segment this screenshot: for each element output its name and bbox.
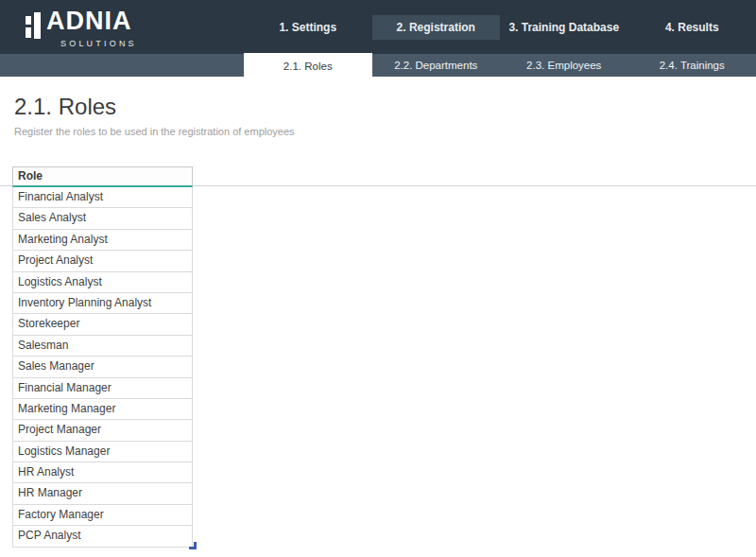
table-row[interactable]: HR Manager — [12, 483, 193, 504]
table-row[interactable]: Salesman — [12, 336, 193, 357]
table-row[interactable]: Sales Manager — [12, 357, 193, 377]
sub-tab[interactable]: 2.2. Departments — [372, 53, 501, 79]
nav-item[interactable]: 4. Results — [628, 15, 756, 40]
table-row[interactable]: Project Manager — [12, 420, 193, 441]
brand-name: ADNIA — [46, 7, 132, 35]
table-row[interactable]: Sales Analyst — [12, 208, 193, 229]
column-header-role: Role — [12, 166, 193, 187]
table-row[interactable]: Project Analyst — [12, 251, 193, 271]
app-header: ADNIA SOLUTIONS 1. Settings 2. Registrat… — [0, 0, 756, 54]
top-nav: 1. Settings 2. Registration 3. Training … — [244, 15, 756, 40]
table-row[interactable]: Logistics Manager — [12, 442, 193, 462]
sub-tabs: 2.1. Roles 2.2. Departments 2.3. Employe… — [244, 53, 756, 79]
table-row[interactable]: Financial Analyst — [12, 187, 193, 208]
brand-logo: ADNIA SOLUTIONS — [25, 0, 147, 54]
sub-tab[interactable]: 2.3. Employees — [500, 53, 628, 79]
table-row[interactable]: Inventory Planning Analyst — [12, 293, 193, 314]
table-resize-handle-icon[interactable] — [189, 542, 197, 549]
page-title: 2.1. Roles — [14, 94, 116, 120]
table-row[interactable]: HR Analyst — [12, 462, 193, 483]
table-row[interactable]: Financial Manager — [12, 378, 193, 399]
table-row[interactable]: Logistics Analyst — [12, 272, 193, 293]
table-row[interactable]: Factory Manager — [12, 505, 193, 526]
table-row[interactable]: Marketing Analyst — [12, 230, 193, 251]
table-row[interactable]: PCP Analyst — [12, 526, 193, 547]
nav-item[interactable]: 3. Training Database — [500, 15, 628, 40]
table-body: Financial Analyst Sales Analyst Marketin… — [12, 187, 193, 548]
table-row[interactable]: Marketing Manager — [12, 399, 193, 420]
sub-tab[interactable]: 2.4. Trainings — [628, 53, 756, 79]
sub-tab[interactable]: 2.1. Roles — [244, 53, 372, 79]
nav-item[interactable]: 2. Registration — [372, 15, 501, 40]
table-row[interactable]: Storekeeper — [12, 314, 193, 335]
logo-bars-icon — [26, 12, 41, 39]
brand-tagline: SOLUTIONS — [60, 39, 137, 48]
roles-table: Role Financial Analyst Sales Analyst Mar… — [12, 166, 193, 548]
page-subtitle: Register the roles to be used in the reg… — [14, 126, 295, 137]
nav-item[interactable]: 1. Settings — [244, 15, 372, 40]
